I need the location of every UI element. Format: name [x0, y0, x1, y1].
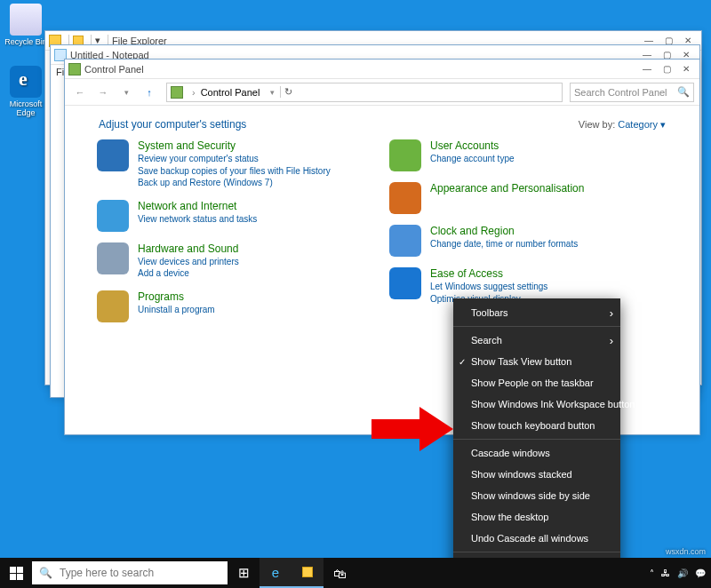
category-title[interactable]: User Accounts [430, 139, 515, 152]
category-sublink[interactable]: Uninstall a program [138, 304, 215, 316]
desktop-icon-label: Microsoft Edge [4, 99, 48, 117]
category-sublink[interactable]: View network status and tasks [138, 213, 257, 226]
category-sublink[interactable]: Back up and Restore (Windows 7) [138, 177, 331, 189]
menu-item-cascade[interactable]: Cascade windows [453, 442, 620, 464]
category-icon [97, 242, 129, 274]
minimize-button[interactable]: — [637, 61, 657, 77]
desktop-icon-label: Recycle Bin [4, 37, 48, 46]
nav-forward-button[interactable]: → [93, 83, 113, 102]
annotation-arrow [371, 407, 453, 451]
category-item[interactable]: Network and InternetView network status … [97, 200, 375, 232]
refresh-icon[interactable]: ↻ [280, 86, 292, 98]
menu-item-toolbars[interactable]: Toolbars [453, 302, 620, 323]
category-icon [97, 290, 129, 322]
menu-item-side-by-side[interactable]: Show windows side by side [453, 485, 620, 506]
breadcrumb[interactable]: Control Panel [201, 87, 260, 98]
category-item[interactable]: User AccountsChange account type [389, 139, 667, 171]
category-icon [389, 225, 421, 257]
category-icon [389, 139, 421, 171]
category-title[interactable]: Appearance and Personalisation [430, 182, 584, 195]
menu-item-search[interactable]: Search [453, 330, 620, 351]
view-by-selector[interactable]: View by: Category ▾ [579, 119, 666, 131]
start-button[interactable] [0, 558, 32, 588]
desktop-icon-recycle-bin[interactable]: Recycle Bin [4, 4, 48, 46]
category-sublink[interactable]: Let Windows suggest settings [430, 281, 547, 293]
category-title[interactable]: System and Security [138, 139, 331, 152]
category-item[interactable]: ProgramsUninstall a program [97, 290, 375, 322]
address-bar[interactable]: › Control Panel ▾ ↻ [166, 83, 563, 102]
menu-item-show-touch-keyboard[interactable]: Show touch keyboard button [453, 415, 620, 436]
tray-notifications-icon[interactable]: 💬 [695, 568, 706, 578]
category-title[interactable]: Clock and Region [430, 225, 578, 237]
category-icon [97, 200, 129, 232]
nav-up-button[interactable]: ↑ [140, 83, 159, 102]
category-item[interactable]: System and SecurityReview your computer'… [97, 139, 375, 189]
category-item[interactable]: Appearance and Personalisation [389, 182, 667, 214]
nav-recent-button[interactable]: ▾ [116, 83, 136, 102]
search-icon: 🔍 [677, 86, 690, 98]
search-icon: 🔍 [39, 567, 52, 579]
taskbar-app-store[interactable]: 🛍 [324, 558, 356, 588]
page-heading: Adjust your computer's settings [99, 118, 246, 131]
taskbar-context-menu: Toolbars Search Show Task View button Sh… [453, 298, 620, 588]
maximize-button[interactable]: ▢ [657, 61, 676, 77]
category-title[interactable]: Hardware and Sound [138, 242, 239, 255]
menu-item-undo-cascade[interactable]: Undo Cascade all windows [453, 528, 620, 549]
task-view-button[interactable]: ⊞ [228, 558, 260, 588]
category-title[interactable]: Ease of Access [430, 267, 547, 280]
category-icon [389, 267, 421, 299]
category-sublink[interactable]: Add a device [138, 267, 239, 280]
nav-back-button[interactable]: ← [70, 83, 90, 102]
desktop-icon-edge[interactable]: Microsoft Edge [4, 66, 48, 117]
window-title: Control Panel [84, 64, 144, 75]
taskbar: 🔍 Type here to search ⊞ e 🛍 ˄ 🖧 🔊 💬 [0, 558, 711, 588]
watermark: wsxdn.com [666, 547, 706, 556]
menu-item-show-ink[interactable]: Show Windows Ink Workspace button [453, 393, 620, 415]
tray-volume-icon[interactable]: 🔊 [677, 568, 688, 578]
control-panel-icon [171, 86, 183, 99]
category-sublink[interactable]: Change date, time or number formats [430, 238, 578, 250]
taskbar-search-input[interactable]: 🔍 Type here to search [32, 561, 228, 584]
taskbar-app-file-explorer[interactable] [292, 558, 324, 588]
system-tray[interactable]: ˄ 🖧 🔊 💬 [644, 568, 711, 578]
taskbar-app-edge[interactable]: e [260, 558, 292, 588]
menu-item-show-people[interactable]: Show People on the taskbar [453, 372, 620, 393]
category-icon [97, 139, 129, 171]
recycle-bin-icon [10, 4, 42, 36]
chevron-down-icon[interactable]: ▾ [270, 88, 275, 97]
menu-item-show-taskview[interactable]: Show Task View button [453, 351, 620, 372]
search-input[interactable]: Search Control Panel 🔍 [570, 83, 694, 102]
menu-item-show-desktop[interactable]: Show the desktop [453, 506, 620, 528]
windows-logo-icon [10, 567, 23, 580]
category-icon [389, 182, 421, 214]
tray-network-icon[interactable]: 🖧 [661, 568, 670, 578]
category-sublink[interactable]: Change account type [430, 153, 515, 165]
category-item[interactable]: Hardware and SoundView devices and print… [97, 242, 375, 280]
category-sublink[interactable]: Save backup copies of your files with Fi… [138, 165, 331, 178]
category-item[interactable]: Clock and RegionChange date, time or num… [389, 225, 667, 257]
menu-item-stacked[interactable]: Show windows stacked [453, 464, 620, 485]
category-sublink[interactable]: Review your computer's status [138, 153, 331, 165]
control-panel-icon [68, 63, 81, 75]
category-title[interactable]: Network and Internet [138, 200, 257, 212]
close-button[interactable]: ✕ [676, 61, 696, 77]
edge-icon [10, 66, 42, 98]
category-sublink[interactable]: View devices and printers [138, 256, 239, 268]
category-title[interactable]: Programs [138, 290, 215, 303]
tray-chevron-up-icon[interactable]: ˄ [650, 568, 654, 578]
